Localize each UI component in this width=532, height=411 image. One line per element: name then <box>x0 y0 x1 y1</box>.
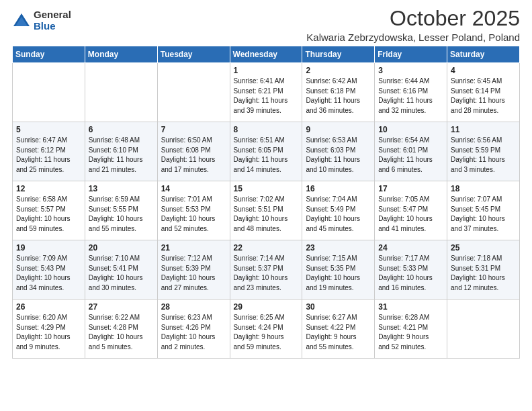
calendar-table: SundayMondayTuesdayWednesdayThursdayFrid… <box>12 46 520 359</box>
day-number: 3 <box>378 66 444 75</box>
calendar-cell: 23Sunrise: 7:15 AMSunset: 5:35 PMDayligh… <box>302 240 375 300</box>
calendar-week-row: 26Sunrise: 6:20 AMSunset: 4:29 PMDayligh… <box>13 300 520 359</box>
calendar-cell: 19Sunrise: 7:09 AMSunset: 5:43 PMDayligh… <box>13 240 85 300</box>
day-number: 31 <box>378 302 444 312</box>
title-block: October 2025 Kalwaria Zebrzydowska, Less… <box>306 7 520 43</box>
logo-blue: Blue <box>34 21 71 32</box>
day-info: Sunrise: 7:09 AMSunset: 5:43 PMDaylight:… <box>16 254 82 293</box>
calendar-cell <box>85 63 157 122</box>
calendar-week-row: 5Sunrise: 6:47 AMSunset: 6:12 PMDaylight… <box>13 122 520 181</box>
calendar-cell: 13Sunrise: 6:59 AMSunset: 5:55 PMDayligh… <box>85 181 157 240</box>
day-number: 20 <box>89 243 154 253</box>
day-number: 15 <box>234 184 300 193</box>
header: General Blue October 2025 Kalwaria Zebrz… <box>12 7 520 43</box>
day-number: 19 <box>16 243 82 253</box>
day-number: 16 <box>306 184 371 193</box>
calendar-cell: 30Sunrise: 6:27 AMSunset: 4:22 PMDayligh… <box>302 300 375 359</box>
calendar-week-row: 12Sunrise: 6:58 AMSunset: 5:57 PMDayligh… <box>13 181 520 240</box>
calendar-week-row: 19Sunrise: 7:09 AMSunset: 5:43 PMDayligh… <box>13 240 520 300</box>
calendar-cell <box>13 63 85 122</box>
day-info: Sunrise: 6:20 AMSunset: 4:29 PMDaylight:… <box>16 313 82 352</box>
calendar-cell: 18Sunrise: 7:07 AMSunset: 5:45 PMDayligh… <box>447 181 520 240</box>
day-number: 18 <box>451 184 517 193</box>
day-number: 27 <box>89 302 154 312</box>
day-info: Sunrise: 7:12 AMSunset: 5:39 PMDaylight:… <box>161 254 227 293</box>
day-number: 4 <box>451 66 517 75</box>
day-number: 26 <box>16 302 82 312</box>
weekday-header-wednesday: Wednesday <box>230 46 302 63</box>
calendar-cell: 9Sunrise: 6:53 AMSunset: 6:03 PMDaylight… <box>302 122 375 181</box>
weekday-header-friday: Friday <box>375 46 447 63</box>
day-number: 13 <box>89 184 154 193</box>
calendar-cell: 31Sunrise: 6:28 AMSunset: 4:21 PMDayligh… <box>375 300 447 359</box>
day-number: 6 <box>89 125 154 134</box>
calendar-cell: 8Sunrise: 6:51 AMSunset: 6:05 PMDaylight… <box>230 122 302 181</box>
day-number: 2 <box>306 66 371 75</box>
calendar-cell: 16Sunrise: 7:04 AMSunset: 5:49 PMDayligh… <box>302 181 375 240</box>
day-info: Sunrise: 7:18 AMSunset: 5:31 PMDaylight:… <box>451 254 517 293</box>
day-info: Sunrise: 7:02 AMSunset: 5:51 PMDaylight:… <box>234 195 300 234</box>
day-info: Sunrise: 6:23 AMSunset: 4:26 PMDaylight:… <box>161 313 227 352</box>
day-number: 25 <box>451 243 517 253</box>
day-info: Sunrise: 6:56 AMSunset: 5:59 PMDaylight:… <box>451 136 517 175</box>
calendar-cell: 28Sunrise: 6:23 AMSunset: 4:26 PMDayligh… <box>157 300 230 359</box>
month-title: October 2025 <box>306 7 520 30</box>
day-info: Sunrise: 6:41 AMSunset: 6:21 PMDaylight:… <box>234 77 300 116</box>
day-info: Sunrise: 6:48 AMSunset: 6:10 PMDaylight:… <box>89 136 154 175</box>
page: General Blue October 2025 Kalwaria Zebrz… <box>0 0 532 411</box>
weekday-header-thursday: Thursday <box>302 46 375 63</box>
day-number: 28 <box>161 302 227 312</box>
day-info: Sunrise: 7:10 AMSunset: 5:41 PMDaylight:… <box>89 254 154 293</box>
day-number: 29 <box>234 302 300 312</box>
logo-icon <box>12 11 31 30</box>
day-info: Sunrise: 6:27 AMSunset: 4:22 PMDaylight:… <box>306 313 371 352</box>
calendar-cell: 22Sunrise: 7:14 AMSunset: 5:37 PMDayligh… <box>230 240 302 300</box>
day-info: Sunrise: 6:54 AMSunset: 6:01 PMDaylight:… <box>378 136 444 175</box>
calendar-cell: 24Sunrise: 7:17 AMSunset: 5:33 PMDayligh… <box>375 240 447 300</box>
day-number: 12 <box>16 184 82 193</box>
day-number: 8 <box>234 125 300 134</box>
day-info: Sunrise: 6:53 AMSunset: 6:03 PMDaylight:… <box>306 136 371 175</box>
day-number: 11 <box>451 125 517 134</box>
calendar-cell: 5Sunrise: 6:47 AMSunset: 6:12 PMDaylight… <box>13 122 85 181</box>
calendar-cell: 10Sunrise: 6:54 AMSunset: 6:01 PMDayligh… <box>375 122 447 181</box>
day-info: Sunrise: 6:50 AMSunset: 6:08 PMDaylight:… <box>161 136 227 175</box>
weekday-header-saturday: Saturday <box>447 46 520 63</box>
day-info: Sunrise: 6:51 AMSunset: 6:05 PMDaylight:… <box>234 136 300 175</box>
calendar-cell: 2Sunrise: 6:42 AMSunset: 6:18 PMDaylight… <box>302 63 375 122</box>
calendar-cell: 1Sunrise: 6:41 AMSunset: 6:21 PMDaylight… <box>230 63 302 122</box>
day-info: Sunrise: 6:59 AMSunset: 5:55 PMDaylight:… <box>89 195 154 234</box>
calendar-cell: 21Sunrise: 7:12 AMSunset: 5:39 PMDayligh… <box>157 240 230 300</box>
day-number: 22 <box>234 243 300 253</box>
day-info: Sunrise: 7:17 AMSunset: 5:33 PMDaylight:… <box>378 254 444 293</box>
calendar-cell: 27Sunrise: 6:22 AMSunset: 4:28 PMDayligh… <box>85 300 157 359</box>
day-number: 30 <box>306 302 371 312</box>
day-number: 17 <box>378 184 444 193</box>
day-number: 9 <box>306 125 371 134</box>
day-number: 1 <box>234 66 300 75</box>
day-info: Sunrise: 7:04 AMSunset: 5:49 PMDaylight:… <box>306 195 371 234</box>
calendar-cell: 25Sunrise: 7:18 AMSunset: 5:31 PMDayligh… <box>447 240 520 300</box>
logo-text: General Blue <box>34 9 71 32</box>
day-info: Sunrise: 6:25 AMSunset: 4:24 PMDaylight:… <box>234 313 300 352</box>
day-info: Sunrise: 6:44 AMSunset: 6:16 PMDaylight:… <box>378 77 444 116</box>
calendar-cell <box>447 300 520 359</box>
day-number: 23 <box>306 243 371 253</box>
calendar-cell: 6Sunrise: 6:48 AMSunset: 6:10 PMDaylight… <box>85 122 157 181</box>
day-info: Sunrise: 6:45 AMSunset: 6:14 PMDaylight:… <box>451 77 517 116</box>
day-number: 21 <box>161 243 227 253</box>
calendar-cell: 12Sunrise: 6:58 AMSunset: 5:57 PMDayligh… <box>13 181 85 240</box>
day-info: Sunrise: 6:58 AMSunset: 5:57 PMDaylight:… <box>16 195 82 234</box>
logo: General Blue <box>12 9 71 32</box>
calendar-cell: 29Sunrise: 6:25 AMSunset: 4:24 PMDayligh… <box>230 300 302 359</box>
calendar-cell: 11Sunrise: 6:56 AMSunset: 5:59 PMDayligh… <box>447 122 520 181</box>
location-title: Kalwaria Zebrzydowska, Lesser Poland, Po… <box>306 32 520 43</box>
day-info: Sunrise: 7:14 AMSunset: 5:37 PMDaylight:… <box>234 254 300 293</box>
weekday-header-sunday: Sunday <box>13 46 85 63</box>
day-number: 7 <box>161 125 227 134</box>
day-info: Sunrise: 6:47 AMSunset: 6:12 PMDaylight:… <box>16 136 82 175</box>
calendar-week-row: 1Sunrise: 6:41 AMSunset: 6:21 PMDaylight… <box>13 63 520 122</box>
calendar-cell: 7Sunrise: 6:50 AMSunset: 6:08 PMDaylight… <box>157 122 230 181</box>
weekday-header-monday: Monday <box>85 46 157 63</box>
weekday-header-row: SundayMondayTuesdayWednesdayThursdayFrid… <box>13 46 520 63</box>
